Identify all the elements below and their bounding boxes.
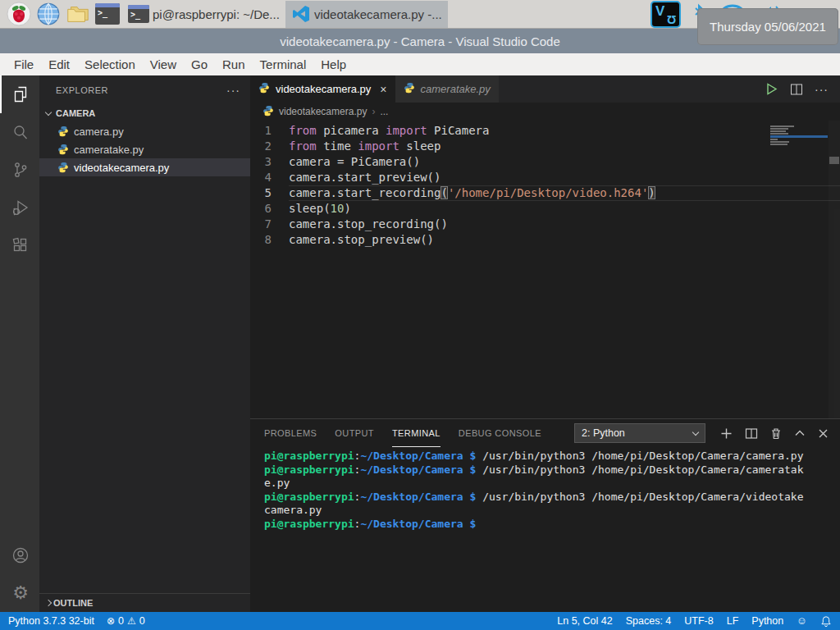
- vnc-tray-icon[interactable]: V Ω: [651, 1, 681, 28]
- menu-item-edit[interactable]: Edit: [41, 57, 77, 71]
- tab-videotakecamera[interactable]: videotakecamera.py ×: [250, 75, 395, 103]
- extensions-icon[interactable]: [0, 226, 39, 264]
- eol-status[interactable]: LF: [727, 615, 739, 627]
- problems-status[interactable]: ⊗ 0 ⚠ 0: [107, 615, 145, 627]
- menu-item-go[interactable]: Go: [184, 57, 215, 71]
- panel-tab-problems[interactable]: PROBLEMS: [264, 419, 317, 447]
- code-line-4[interactable]: 4camera.start_preview(): [250, 170, 840, 185]
- menu-item-file[interactable]: File: [7, 57, 41, 71]
- editor-scrollbar[interactable]: [829, 121, 840, 418]
- account-icon[interactable]: [0, 536, 39, 574]
- feedback-smiley-icon[interactable]: ☺: [797, 615, 807, 627]
- taskbar-window-vscode[interactable]: videotakecamera.py -...: [285, 1, 448, 28]
- folder-section-camera[interactable]: CAMERA: [39, 104, 250, 122]
- taskbar-window-terminal[interactable]: >_ pi@raspberrypi: ~/De...: [122, 1, 285, 28]
- search-icon[interactable]: [0, 113, 39, 151]
- minimap-line: [770, 135, 828, 138]
- terminal-window-label: pi@raspberrypi: ~/De...: [153, 7, 280, 21]
- line-number: 8: [250, 232, 289, 248]
- minimap-line: [770, 141, 789, 143]
- bottom-panel: PROBLEMSOUTPUTTERMINALDEBUG CONSOLE 2: P…: [250, 418, 840, 612]
- menu-item-terminal[interactable]: Terminal: [253, 57, 314, 71]
- explorer-icon[interactable]: [0, 75, 39, 113]
- minimap[interactable]: [770, 126, 828, 146]
- code-line-1[interactable]: 1from picamera import PiCamera: [250, 123, 840, 139]
- terminal-selector-dropdown[interactable]: 2: Python: [574, 423, 705, 443]
- code-editor[interactable]: 1from picamera import PiCamera2from time…: [250, 121, 840, 418]
- date-text: Thursday 05/06/2021: [710, 20, 826, 34]
- python-icon: [258, 82, 270, 94]
- menu-item-selection[interactable]: Selection: [77, 57, 143, 71]
- close-tab-icon[interactable]: ×: [380, 83, 386, 96]
- code-lines: 1from picamera import PiCamera2from time…: [250, 123, 840, 248]
- indentation-status[interactable]: Spaces: 4: [626, 615, 672, 627]
- breadcrumb-symbol[interactable]: ...: [380, 106, 388, 117]
- panel-tab-output[interactable]: OUTPUT: [335, 419, 374, 447]
- panel-tab-terminal[interactable]: TERMINAL: [392, 419, 441, 447]
- code-line-2[interactable]: 2from time import sleep: [250, 139, 840, 154]
- menu-item-run[interactable]: Run: [215, 57, 253, 71]
- file-name: cameratake.py: [74, 144, 144, 156]
- datetime-tooltip: Thursday 05/06/2021: [697, 8, 838, 45]
- code-text: camera.stop_recording(): [289, 217, 840, 232]
- line-number: 2: [250, 139, 289, 154]
- minimap-line: [770, 144, 788, 145]
- taskbar-tray: V Ω Thursday 05/06/2021: [651, 0, 840, 28]
- run-python-file-button[interactable]: [765, 82, 778, 96]
- vscode-logo-icon: [291, 4, 311, 24]
- vscode-window-label: videotakecamera.py -...: [314, 7, 442, 21]
- maximize-panel-icon[interactable]: [794, 427, 806, 439]
- settings-gear-icon[interactable]: ⚙: [0, 574, 39, 612]
- window-title: videotakecamera.py - Camera - Visual Stu…: [280, 34, 560, 48]
- terminal-launcher-icon[interactable]: >_: [93, 1, 122, 28]
- file-cameratake.py[interactable]: cameratake.py: [39, 140, 250, 158]
- terminal-line: pi@raspberrypi:~/Desktop/Camera $ /usr/b…: [264, 450, 840, 463]
- scrollbar-thumb[interactable]: [829, 157, 839, 164]
- cursor-position-status[interactable]: Ln 5, Col 42: [557, 615, 612, 627]
- python-interpreter-status[interactable]: Python 3.7.3 32-bit: [8, 615, 94, 627]
- tab-cameratake[interactable]: cameratake.py: [395, 75, 499, 103]
- status-bar: Python 3.7.3 32-bit ⊗ 0 ⚠ 0 Ln 5, Col 42…: [0, 612, 840, 630]
- raspberry-pi-menu-icon[interactable]: [4, 1, 34, 28]
- code-line-7[interactable]: 7camera.stop_recording(): [250, 217, 840, 232]
- close-panel-icon[interactable]: [818, 428, 829, 439]
- line-number: 6: [250, 201, 289, 217]
- chevron-right-icon: [45, 599, 52, 605]
- web-browser-icon[interactable]: [34, 1, 63, 28]
- run-debug-icon[interactable]: [0, 189, 39, 226]
- panel-tab-debug-console[interactable]: DEBUG CONSOLE: [459, 419, 541, 447]
- file-list: camera.pycameratake.pyvideotakecamera.py: [39, 122, 250, 176]
- line-number: 7: [250, 217, 289, 232]
- menu-item-help[interactable]: Help: [313, 57, 354, 71]
- code-line-3[interactable]: 3camera = PiCamera(): [250, 154, 840, 170]
- editor-tabbar: videotakecamera.py × cameratake.py ···: [250, 75, 840, 103]
- split-editor-icon[interactable]: [790, 83, 803, 96]
- explorer-heading: EXPLORER: [56, 85, 108, 95]
- file-videotakecamera.py[interactable]: videotakecamera.py: [39, 158, 250, 176]
- explorer-more-actions-icon[interactable]: ···: [226, 84, 240, 97]
- menu-item-view[interactable]: View: [143, 57, 184, 71]
- line-number: 5: [250, 185, 289, 201]
- code-line-5[interactable]: 5camera.start_recording('/home/pi/Deskto…: [250, 185, 840, 201]
- split-terminal-icon[interactable]: [745, 427, 758, 440]
- breadcrumb-file[interactable]: videotakecamera.py: [279, 106, 367, 117]
- file-manager-icon[interactable]: [63, 1, 93, 28]
- kill-terminal-trash-icon[interactable]: [770, 427, 782, 440]
- python-icon: [57, 162, 69, 173]
- terminal-output[interactable]: pi@raspberrypi:~/Desktop/Camera $ /usr/b…: [250, 447, 840, 612]
- terminal-window-icon: >_: [128, 5, 149, 23]
- editor-more-actions-icon[interactable]: ···: [815, 83, 829, 96]
- code-line-6[interactable]: 6sleep(10): [250, 201, 840, 217]
- code-line-8[interactable]: 8camera.stop_preview(): [250, 232, 840, 248]
- encoding-status[interactable]: UTF-8: [684, 615, 713, 627]
- notifications-bell-icon[interactable]: [820, 615, 832, 628]
- terminal-line: pi@raspberrypi:~/Desktop/Camera $ /usr/b…: [264, 491, 840, 504]
- language-mode-status[interactable]: Python: [751, 615, 783, 627]
- file-camera.py[interactable]: camera.py: [39, 122, 250, 140]
- explorer-sidebar: EXPLORER ··· CAMERA camera.pycameratake.…: [39, 75, 250, 612]
- python-icon: [57, 144, 69, 155]
- outline-section[interactable]: OUTLINE: [39, 593, 250, 611]
- code-text: camera = PiCamera(): [289, 154, 840, 170]
- source-control-icon[interactable]: [0, 151, 39, 189]
- new-terminal-icon[interactable]: [720, 427, 733, 440]
